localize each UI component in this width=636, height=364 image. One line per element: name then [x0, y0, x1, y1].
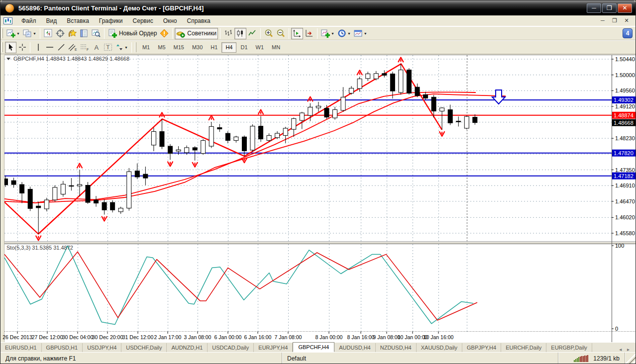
timeframe-w1-button[interactable]: W1 [252, 42, 268, 53]
fibonacci-tool-button[interactable]: F [79, 42, 91, 53]
crosshair-tool-icon [18, 43, 26, 51]
tab-gbpjpy-h4[interactable]: GBPJPY,H4 [462, 343, 501, 352]
timeframe-mn-button[interactable]: MN [268, 42, 284, 53]
tab-eurgbp-daily[interactable]: EURGBP,Daily [546, 343, 592, 352]
timeframe-d1-button[interactable]: D1 [236, 42, 251, 53]
tab-eurjpy-h4[interactable]: EURJPY,H4 [254, 343, 293, 352]
expert-advisors-button[interactable]: Советники [175, 28, 218, 39]
indicator-pane[interactable] [4, 244, 636, 332]
menu-справка[interactable]: Справка [182, 16, 215, 26]
mdi-restore-button[interactable]: ❐ [611, 17, 619, 24]
menu-вставка[interactable]: Вставка [62, 16, 94, 26]
resize-grip[interactable] [625, 353, 636, 364]
timeframe-m1-button[interactable]: M1 [138, 42, 154, 53]
candle-56 [464, 116, 469, 128]
data-window-button[interactable] [54, 28, 66, 39]
mdi-close-button[interactable]: ✕ [623, 17, 631, 24]
tab-audnzd-h1[interactable]: AUDNZD,H1 [167, 343, 208, 352]
templates-icon [354, 29, 363, 38]
price-pane[interactable] [4, 55, 636, 242]
periods-button[interactable]: ▼ [336, 28, 352, 39]
candle-21 [176, 150, 181, 151]
market-watch-button[interactable] [42, 28, 54, 39]
timeframe-h1-button[interactable]: H1 [207, 42, 221, 53]
toolbar-grip[interactable] [135, 42, 136, 52]
svg-text:F: F [87, 48, 89, 51]
new-order-label: Новый Ордер [119, 30, 157, 37]
strategy-tester-button[interactable] [90, 28, 102, 39]
crosshair-tool-button[interactable] [16, 42, 28, 53]
bar-chart-button[interactable] [222, 28, 234, 39]
horizontal-line-tool-button[interactable] [44, 42, 55, 53]
status-bar: Для справки, нажмите F1 Default 1239/1 k… [0, 352, 636, 364]
tab-usdjpy-h4[interactable]: USDJPY,H4 [83, 343, 121, 352]
tab-audusd-h4[interactable]: AUDUSD,H4 [334, 343, 376, 352]
trendline-tool-button[interactable] [55, 42, 67, 53]
tab-gbpchf-h4[interactable]: GBPCHF,H4 [293, 342, 334, 352]
text-tool-button[interactable]: A [91, 42, 102, 53]
horizontal-line-icon [46, 43, 54, 51]
price-tag-1.49302: 1.49302 [614, 97, 634, 103]
time-label-8: 6 Jan 16:00 [244, 334, 272, 340]
cursor-tool-button[interactable] [5, 42, 16, 53]
close-button[interactable]: ✕ [618, 3, 632, 13]
tester-magnifier-icon [92, 29, 101, 38]
price-tag-1.48668: 1.48668 [614, 120, 634, 126]
tab-xauusd-daily[interactable]: XAUUSD,Daily [417, 343, 462, 352]
new-chart-button[interactable]: ▼ [5, 28, 21, 39]
tab-usdchf-daily[interactable]: USDCHF,Daily [121, 343, 167, 352]
templates-button[interactable]: ▼ [352, 28, 369, 39]
timeframe-h4-button[interactable]: H4 [221, 42, 236, 53]
text-label-tool-button[interactable]: T [102, 42, 114, 53]
traffic-counter: 1239/1 kb [593, 355, 620, 362]
toolbar-grip[interactable] [1, 28, 3, 38]
menu-окно[interactable]: Окно [158, 16, 182, 26]
toolbar-grip[interactable] [1, 42, 3, 52]
terminal-button[interactable] [78, 28, 90, 39]
profiles-button[interactable]: ▼ [21, 28, 38, 39]
auto-scroll-button[interactable] [291, 28, 303, 39]
dropdown-caret-icon: ▼ [364, 32, 367, 35]
indicators-button[interactable]: ▼ [319, 28, 336, 39]
dropdown-caret-icon: ▼ [331, 32, 334, 35]
menu-вид[interactable]: Вид [41, 16, 62, 26]
alert-button[interactable] [158, 28, 170, 39]
mdi-minimize-button[interactable]: ─ [599, 17, 607, 24]
zoom-in-button[interactable] [263, 28, 275, 39]
time-label-11: 8 Jan 16:00 [347, 334, 375, 340]
zoom-out-button[interactable] [275, 28, 287, 39]
candlestick-chart-button[interactable] [234, 28, 246, 39]
tab-nzdusd-h4[interactable]: NZDUSD,H4 [376, 343, 417, 352]
new-order-button[interactable]: Новый Ордер [106, 28, 158, 39]
candle-29 [242, 137, 246, 151]
menu-сервис[interactable]: Сервис [128, 16, 158, 26]
candle-7 [61, 184, 65, 194]
menu-файл[interactable]: Файл [16, 16, 41, 26]
gbpchf-h4-chart[interactable]: 1.504401.500001.495601.491201.482301.473… [0, 54, 636, 342]
tab-eurusd-h1[interactable]: EURUSD,H1 [0, 343, 42, 352]
chart-shift-button[interactable] [303, 28, 315, 39]
tab-gbpusd-h1[interactable]: GBPUSD,H1 [42, 343, 83, 352]
timeframe-m5-button[interactable]: M5 [154, 42, 169, 53]
zoom-out-icon [276, 29, 285, 38]
timeframe-m15-button[interactable]: M15 [170, 42, 188, 53]
chart-area[interactable]: 1.504401.500001.495601.491201.482301.473… [0, 54, 636, 342]
notification-badge[interactable]: 4 [623, 28, 633, 38]
toolbar-separator [317, 28, 318, 39]
status-profile[interactable]: Default [282, 353, 558, 364]
candle-33 [275, 133, 280, 138]
navigator-button[interactable] [66, 28, 78, 39]
vertical-line-tool-button[interactable] [32, 42, 44, 53]
arrows-tool-button[interactable]: ▼ [114, 42, 129, 53]
equidistant-channel-tool-button[interactable]: E [67, 42, 79, 53]
toolbar-separator [172, 28, 173, 39]
tab-scroll-arrows[interactable]: ◂ ▸ [615, 347, 636, 352]
menu-графики[interactable]: Графики [94, 16, 128, 26]
timeframe-m30-button[interactable]: M30 [188, 42, 207, 53]
tab-usdcad-daily[interactable]: USDCAD,Daily [208, 343, 254, 352]
tab-eurchf-daily[interactable]: EURCHF,Daily [501, 343, 546, 352]
time-label-9: 7 Jan 08:00 [275, 334, 302, 340]
line-chart-button[interactable] [246, 28, 258, 39]
maximize-button[interactable]: ❐ [602, 3, 617, 13]
minimize-button[interactable]: ─ [587, 3, 601, 13]
